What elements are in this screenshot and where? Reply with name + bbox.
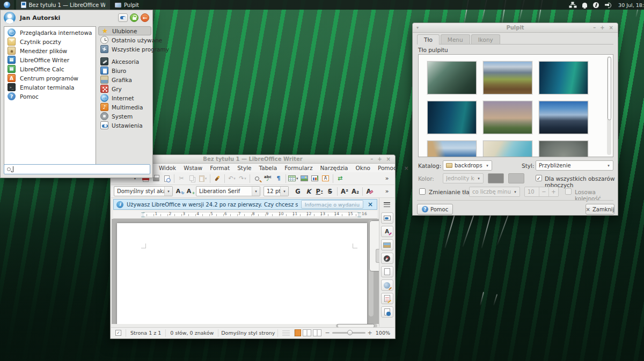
- toolbar-overflow-button[interactable]: »: [382, 186, 392, 197]
- taskbar-button-writer[interactable]: Bez tytułu 1 — LibreOffice W...: [16, 0, 110, 10]
- superscript-button[interactable]: A²: [340, 186, 349, 197]
- menu-formularz[interactable]: Formularz: [284, 165, 312, 171]
- power-manager-icon[interactable]: [593, 2, 599, 8]
- insert-table-button[interactable]: ▾: [288, 173, 298, 184]
- color-swatch-primary[interactable]: [488, 173, 504, 183]
- wallpaper-thumbnail[interactable]: [483, 101, 532, 134]
- sidebar-style-inspector-tab[interactable]: [381, 279, 393, 291]
- spinner-increment-button[interactable]: +: [548, 187, 558, 196]
- selection-mode-status[interactable]: [278, 329, 295, 337]
- taskbar-button-desktop[interactable]: Pulpit: [110, 0, 144, 10]
- lock-screen-button[interactable]: [130, 13, 138, 22]
- cut-button[interactable]: ✂: [177, 173, 186, 184]
- sidebar-track-changes-tab[interactable]: [381, 293, 393, 304]
- clone-formatting-button[interactable]: [213, 173, 222, 184]
- single-page-view-button[interactable]: [295, 329, 301, 336]
- sidebar-styles-tab[interactable]: A: [381, 226, 393, 237]
- document-canvas[interactable]: [112, 219, 380, 324]
- color-combo[interactable]: Jednolity kolor ▾: [443, 173, 484, 183]
- horizontal-ruler[interactable]: 1234 5678 9101112 13141516: [113, 211, 377, 219]
- menu-tabela[interactable]: Tabela: [259, 165, 277, 171]
- redo-button[interactable]: ↷▾: [238, 173, 247, 184]
- category-office[interactable]: Biuro: [98, 66, 151, 75]
- menu-item-calc[interactable]: LibreOffice Calc: [4, 64, 96, 73]
- clock[interactable]: 30 Jul, 18:: [617, 2, 644, 8]
- menu-widok[interactable]: Widok: [159, 165, 176, 171]
- insert-chart-button[interactable]: [310, 173, 320, 184]
- menu-item-software-center[interactable]: ACentrum programów: [4, 73, 96, 83]
- page-number-status[interactable]: Strona 1 z 1: [126, 329, 166, 337]
- menu-okno[interactable]: Okno: [356, 165, 370, 171]
- release-notes-button[interactable]: Informacje o wydaniu: [301, 200, 363, 209]
- paragraph-style-combo[interactable]: Domyślny styl akapitu ▾: [114, 186, 173, 196]
- book-view-button[interactable]: [313, 329, 321, 336]
- wallpaper-thumbnail[interactable]: [539, 61, 588, 94]
- category-accessories[interactable]: Akcesoria: [98, 57, 151, 66]
- multi-page-view-button[interactable]: [303, 329, 311, 336]
- font-name-combo[interactable]: Liberation Serif ▾: [196, 186, 260, 196]
- sidebar-settings-button[interactable]: [381, 199, 393, 210]
- spellcheck-button[interactable]: abc✓: [263, 173, 273, 184]
- maximize-button[interactable]: +: [377, 156, 382, 163]
- scrollbar-thumb[interactable]: [608, 57, 611, 120]
- wallpaper-thumbnail[interactable]: [427, 61, 477, 94]
- sidebar-properties-tab[interactable]: [381, 212, 393, 224]
- underline-button[interactable]: P▾: [314, 186, 324, 197]
- close-button[interactable]: ×: [609, 24, 613, 32]
- menu-narzedzia[interactable]: Narzędzia: [320, 165, 348, 171]
- random-order-checkbox[interactable]: [565, 188, 572, 195]
- print-preview-button[interactable]: [162, 173, 172, 184]
- help-button[interactable]: ? Pomoc: [417, 204, 453, 215]
- vertical-scrollbar[interactable]: [369, 220, 374, 316]
- scrollbar-thumb[interactable]: [369, 220, 380, 271]
- settings-manager-button[interactable]: [118, 13, 128, 22]
- sidebar-page-tab[interactable]: [381, 266, 393, 277]
- menu-item-mail-reader[interactable]: Czytnik poczty: [4, 37, 96, 46]
- word-count-status[interactable]: 0 słów, 0 znaków: [166, 329, 218, 337]
- menu-search-input[interactable]: [4, 164, 150, 174]
- save-status[interactable]: ✓: [111, 329, 126, 337]
- change-background-checkbox[interactable]: [419, 188, 426, 195]
- close-button[interactable]: ×: [386, 156, 391, 163]
- menu-item-writer[interactable]: LibreOffice Writer: [4, 55, 96, 64]
- folder-combo[interactable]: backdrops ▾: [443, 160, 492, 171]
- zoom-slider-thumb[interactable]: [347, 330, 353, 335]
- wallpaper-list-scrollbar[interactable]: [607, 56, 611, 155]
- notifications-bell-icon[interactable]: [582, 3, 587, 8]
- applications-menu-button[interactable]: [0, 0, 14, 10]
- zoom-in-icon[interactable]: +: [368, 329, 372, 336]
- italic-button[interactable]: K: [304, 186, 313, 197]
- tab-icons[interactable]: Ikony: [471, 34, 500, 44]
- zoom-out-icon[interactable]: −: [325, 329, 330, 336]
- menu-item-file-manager[interactable]: Menedżer plików: [4, 46, 96, 55]
- interval-combo[interactable]: co liczbę minut: ▾: [469, 187, 520, 197]
- new-style-button[interactable]: A+: [184, 186, 194, 197]
- page-break-button[interactable]: ⇄: [335, 173, 345, 184]
- bold-button[interactable]: G: [293, 186, 303, 197]
- category-all-applications[interactable]: Wszystkie programy: [98, 45, 151, 54]
- copy-button[interactable]: [187, 173, 197, 184]
- category-settings[interactable]: Ustawienia: [98, 121, 151, 130]
- menu-pomoc[interactable]: Pomoc: [378, 165, 397, 171]
- category-internet[interactable]: Internet: [98, 93, 151, 102]
- category-multimedia[interactable]: ♪Multimedia: [98, 102, 151, 112]
- menu-format[interactable]: Format: [210, 165, 230, 171]
- minimize-button[interactable]: –: [593, 24, 596, 32]
- wallpaper-thumbnail[interactable]: [427, 141, 477, 157]
- dialog-titlebar[interactable]: ▾ Pulpit – + ×: [413, 23, 618, 33]
- menu-item-terminal[interactable]: >_Emulator terminala: [4, 83, 96, 92]
- minutes-spinner[interactable]: 10 − +: [524, 187, 559, 197]
- page-style-status[interactable]: Domyślny styl strony: [218, 329, 278, 337]
- update-style-button[interactable]: A↻: [173, 186, 183, 197]
- toolbar-overflow-button[interactable]: »: [382, 173, 392, 184]
- writer-titlebar[interactable]: Bez tytułu 1 — LibreOffice Writer – + ×: [111, 155, 395, 164]
- wallpaper-thumbnail[interactable]: [539, 101, 588, 134]
- menu-item-help[interactable]: ?Pomoc: [4, 92, 96, 101]
- style-combo[interactable]: Przybliżenie ▾: [536, 160, 613, 171]
- category-system[interactable]: System: [98, 112, 151, 121]
- wallpaper-thumbnail[interactable]: [483, 61, 532, 94]
- menu-item-web-browser[interactable]: Przeglądarka internetowa: [4, 28, 96, 37]
- insert-textbox-button[interactable]: A: [321, 173, 331, 184]
- formatting-marks-button[interactable]: ¶: [274, 173, 283, 184]
- window-menu-icon[interactable]: ▾: [413, 25, 419, 30]
